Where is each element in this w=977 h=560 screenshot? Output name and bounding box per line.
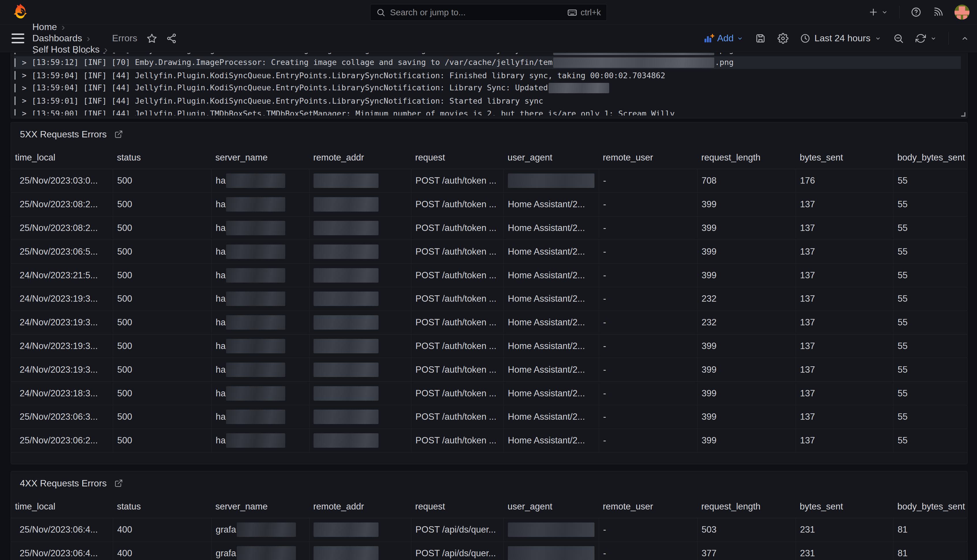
clock-icon — [800, 33, 810, 43]
divider — [899, 6, 900, 18]
time-range-picker[interactable]: Last 24 hours — [800, 33, 882, 43]
new-button[interactable] — [868, 7, 889, 17]
column-header[interactable]: request_length — [697, 495, 796, 518]
cell-user-agent: Home Assistant/2... — [504, 429, 599, 452]
cell-user-agent — [504, 169, 599, 193]
panel-resize-handle[interactable] — [961, 112, 965, 117]
breadcrumb-separator: › — [62, 22, 65, 33]
cell-time-local: 24/Nov/2023:19:3... — [11, 287, 113, 311]
plus-icon — [868, 7, 879, 17]
panel-title[interactable]: 5XX Requests Errors — [20, 129, 107, 140]
panel-title[interactable]: 4XX Requests Errors — [20, 478, 107, 489]
expand-chevron-icon[interactable]: > — [22, 58, 27, 67]
log-message: [13:59:01] [INF] [44] Jellyfin.Plugin.Ko… — [32, 97, 544, 105]
column-header[interactable]: remote_user — [599, 146, 697, 169]
column-header[interactable]: remote_user — [599, 495, 697, 518]
zoom-out-icon[interactable] — [893, 33, 904, 44]
column-header[interactable]: body_bytes_sent — [893, 495, 967, 518]
column-header[interactable]: server_name — [211, 146, 309, 169]
column-header[interactable]: bytes_sent — [796, 495, 893, 518]
cell-body-bytes-sent: 55 — [893, 287, 967, 311]
log-row[interactable]: > [13:59:14] [INF] [70] Emby.Drawing.Ima… — [14, 53, 961, 56]
news-button[interactable] — [932, 7, 944, 18]
avatar[interactable] — [954, 5, 969, 20]
log-row[interactable]: > [13:59:12] [INF] [70] Emby.Drawing.Ima… — [14, 56, 961, 69]
column-header[interactable]: status — [113, 495, 211, 518]
breadcrumb-link[interactable]: Dashboards — [32, 33, 82, 43]
cell-status: 500 — [113, 240, 211, 263]
expand-chevron-icon[interactable]: > — [22, 84, 27, 92]
table-row: 25/Nov/2023:06:3... 500 ha POST /auth/to… — [11, 405, 967, 429]
cell-body-bytes-sent: 55 — [893, 311, 967, 334]
column-header[interactable]: request — [411, 146, 504, 169]
column-header[interactable]: remote_addr — [309, 146, 411, 169]
log-row[interactable]: > [13:59:04] [INF] [44] Jellyfin.Plugin.… — [14, 82, 961, 94]
refresh-picker[interactable] — [915, 33, 937, 43]
log-list[interactable]: > [13:59:14] [INF] [70] Emby.Drawing.Ima… — [11, 53, 967, 115]
gear-icon[interactable] — [777, 33, 789, 44]
cell-request-length: 399 — [697, 217, 796, 240]
column-header[interactable]: request_length — [697, 146, 796, 169]
menu-icon[interactable] — [12, 33, 24, 43]
log-message: [13:59:04] [INF] [44] Jellyfin.Plugin.Ko… — [32, 83, 610, 93]
redacted-log-segment — [553, 57, 714, 68]
external-link-icon[interactable] — [114, 130, 123, 138]
cell-server-name: ha — [211, 193, 309, 216]
column-header[interactable]: user_agent — [504, 495, 599, 518]
cell-server-name: ha — [211, 358, 309, 381]
log-row[interactable]: > [13:59:01] [INF] [44] Jellyfin.Plugin.… — [14, 94, 961, 107]
log-message: [13:59:00] [INF] [44] Jellyfin.Plugin.TM… — [32, 109, 675, 116]
column-header[interactable]: time_local — [11, 146, 113, 169]
panel-4xx-requests-errors: 4XX Requests Errors time_localstatusserv… — [11, 471, 967, 560]
add-button[interactable]: Add — [704, 33, 744, 43]
table-row: 25/Nov/2023:06:2... 500 ha POST /auth/to… — [11, 429, 967, 453]
search-input[interactable] — [390, 8, 563, 17]
cell-bytes-sent: 137 — [796, 240, 893, 263]
column-header[interactable]: status — [113, 146, 211, 169]
search-bar[interactable]: ctrl+k — [370, 4, 607, 21]
cell-remote-addr — [309, 335, 411, 358]
server-name-prefix: ha — [216, 175, 225, 186]
expand-chevron-icon[interactable]: > — [22, 71, 27, 80]
cell-bytes-sent: 137 — [796, 263, 893, 287]
redacted-server-name — [226, 173, 285, 188]
expand-chevron-icon[interactable]: > — [22, 97, 27, 105]
log-row[interactable]: > [13:59:00] [INF] [44] Jellyfin.Plugin.… — [14, 107, 961, 115]
cell-remote-addr — [309, 311, 411, 334]
server-name-prefix: ha — [216, 317, 225, 328]
cell-request: POST /api/ds/quer... — [411, 518, 504, 542]
column-header[interactable]: remote_addr — [309, 495, 411, 518]
column-header[interactable]: server_name — [211, 495, 309, 518]
cell-request-length: 232 — [697, 287, 796, 311]
grafana-logo[interactable] — [13, 3, 30, 21]
dashboard-toolbar: Home › Dashboards › Self Host Blocks › E… — [0, 25, 977, 52]
redacted-log-segment — [549, 83, 609, 93]
column-header[interactable]: user_agent — [504, 146, 599, 169]
breadcrumb-link[interactable]: Self Host Blocks — [32, 44, 100, 55]
cell-time-local: 25/Nov/2023:08:2... — [11, 217, 113, 240]
help-button[interactable] — [910, 7, 922, 18]
column-header[interactable]: time_local — [11, 495, 113, 518]
cell-remote-addr — [309, 169, 411, 193]
save-icon[interactable] — [755, 33, 766, 44]
redacted-server-name — [226, 386, 285, 401]
cell-status: 500 — [113, 405, 211, 429]
external-link-icon[interactable] — [114, 479, 123, 488]
expand-chevron-icon[interactable]: > — [22, 53, 27, 54]
server-name-prefix: ha — [216, 270, 225, 281]
breadcrumb-link[interactable]: Home — [32, 22, 57, 32]
column-header[interactable]: request — [411, 495, 504, 518]
log-row[interactable]: > [13:59:04] [INF] [44] Jellyfin.Plugin.… — [14, 69, 961, 82]
star-icon[interactable] — [147, 33, 157, 44]
share-icon[interactable] — [166, 33, 177, 44]
column-header[interactable]: body_bytes_sent — [893, 146, 967, 169]
cell-request: POST /auth/token ... — [411, 287, 504, 311]
rss-icon — [932, 7, 944, 18]
cell-remote-user: - — [599, 382, 697, 405]
cell-remote-user: - — [599, 169, 697, 193]
expand-chevron-icon[interactable]: > — [22, 109, 27, 115]
cell-server-name: ha — [211, 263, 309, 287]
column-header[interactable]: bytes_sent — [796, 146, 893, 169]
table-body-4xx: 25/Nov/2023:06:4... 400 grafa POST /api/… — [11, 518, 967, 560]
chevron-up-icon[interactable] — [960, 34, 969, 43]
